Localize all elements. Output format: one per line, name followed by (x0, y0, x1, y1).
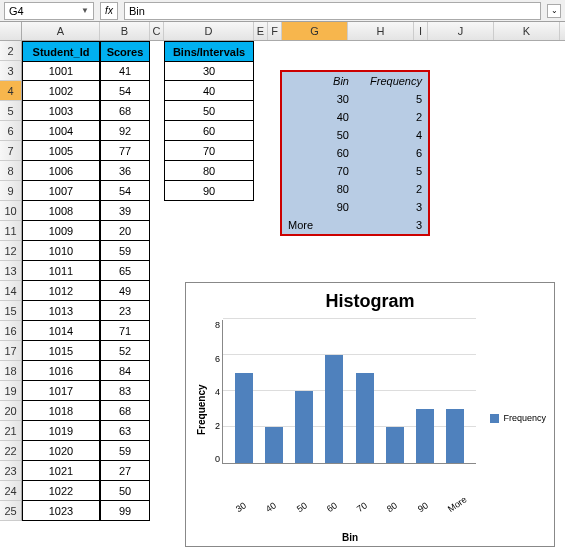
cell-D2[interactable]: Bins/Intervals (164, 41, 254, 62)
cell-A11[interactable]: 1009 (22, 221, 100, 241)
row-head-13[interactable]: 13 (0, 261, 22, 281)
row-head-3[interactable]: 3 (0, 61, 22, 81)
cell-A6[interactable]: 1004 (22, 121, 100, 141)
cell-B14[interactable]: 49 (100, 281, 150, 301)
col-head-J[interactable]: J (428, 22, 494, 40)
cell-A5[interactable]: 1003 (22, 101, 100, 121)
cell-D9[interactable]: 90 (164, 181, 254, 201)
cell-D6[interactable]: 60 (164, 121, 254, 141)
row-head-20[interactable]: 20 (0, 401, 22, 421)
row-head-18[interactable]: 18 (0, 361, 22, 381)
cell-B5[interactable]: 68 (100, 101, 150, 121)
cell-B10[interactable]: 39 (100, 201, 150, 221)
cell-B21[interactable]: 63 (100, 421, 150, 441)
row-head-15[interactable]: 15 (0, 301, 22, 321)
cell-A16[interactable]: 1014 (22, 321, 100, 341)
cell-B13[interactable]: 65 (100, 261, 150, 281)
cell-A18[interactable]: 1016 (22, 361, 100, 381)
cell-B23[interactable]: 27 (100, 461, 150, 481)
col-head-I[interactable]: I (414, 22, 428, 40)
cell-B17[interactable]: 52 (100, 341, 150, 361)
cell-A15[interactable]: 1013 (22, 301, 100, 321)
cell-A2[interactable]: Student_Id (22, 41, 100, 62)
cell-B3[interactable]: 41 (100, 61, 150, 81)
formula-input[interactable]: Bin (124, 2, 541, 20)
row-head-19[interactable]: 19 (0, 381, 22, 401)
row-head-2[interactable]: 2 (0, 41, 22, 61)
row-head-16[interactable]: 16 (0, 321, 22, 341)
row-head-12[interactable]: 12 (0, 241, 22, 261)
row-head-5[interactable]: 5 (0, 101, 22, 121)
cell-B19[interactable]: 83 (100, 381, 150, 401)
cell-D4[interactable]: 40 (164, 81, 254, 101)
col-head-H[interactable]: H (348, 22, 414, 40)
row-head-25[interactable]: 25 (0, 501, 22, 521)
histogram-chart[interactable]: Histogram Frequency 86420 30405060708090… (185, 282, 555, 547)
cell-B20[interactable]: 68 (100, 401, 150, 421)
col-head-E[interactable]: E (254, 22, 268, 40)
row-head-14[interactable]: 14 (0, 281, 22, 301)
expand-formula-icon[interactable]: ⌄ (547, 4, 561, 18)
cell-D5[interactable]: 50 (164, 101, 254, 121)
cell-A25[interactable]: 1023 (22, 501, 100, 521)
cell-D3[interactable]: 30 (164, 61, 254, 81)
col-head-K[interactable]: K (494, 22, 560, 40)
cell-A22[interactable]: 1020 (22, 441, 100, 461)
col-head-C[interactable]: C (150, 22, 164, 40)
col-head-D[interactable]: D (164, 22, 254, 40)
cell-A7[interactable]: 1005 (22, 141, 100, 161)
row-head-7[interactable]: 7 (0, 141, 22, 161)
col-head-F[interactable]: F (268, 22, 282, 40)
row-head-21[interactable]: 21 (0, 421, 22, 441)
cell-B16[interactable]: 71 (100, 321, 150, 341)
cell-A24[interactable]: 1022 (22, 481, 100, 501)
row-head-9[interactable]: 9 (0, 181, 22, 201)
cell-B8[interactable]: 36 (100, 161, 150, 181)
cell-B9[interactable]: 54 (100, 181, 150, 201)
cell-A4[interactable]: 1002 (22, 81, 100, 101)
cell-B22[interactable]: 59 (100, 441, 150, 461)
col-head-G[interactable]: G (282, 22, 348, 40)
cell-B11[interactable]: 20 (100, 221, 150, 241)
row-head-23[interactable]: 23 (0, 461, 22, 481)
fx-button[interactable]: fx (100, 2, 118, 20)
cell-A14[interactable]: 1012 (22, 281, 100, 301)
cell-A12[interactable]: 1010 (22, 241, 100, 261)
cell-A9[interactable]: 1007 (22, 181, 100, 201)
cell-A8[interactable]: 1006 (22, 161, 100, 181)
cell-A20[interactable]: 1018 (22, 401, 100, 421)
col-head-A[interactable]: A (22, 22, 100, 40)
cell-B2[interactable]: Scores (100, 41, 150, 62)
y-axis-ticks: 86420 (208, 320, 222, 464)
cell-D8[interactable]: 80 (164, 161, 254, 181)
cell-A3[interactable]: 1001 (22, 61, 100, 81)
row-head-8[interactable]: 8 (0, 161, 22, 181)
cell-B6[interactable]: 92 (100, 121, 150, 141)
row-head-17[interactable]: 17 (0, 341, 22, 361)
cell-B24[interactable]: 50 (100, 481, 150, 501)
cell-A21[interactable]: 1019 (22, 421, 100, 441)
cell-A13[interactable]: 1011 (22, 261, 100, 281)
cell-B4[interactable]: 54 (100, 81, 150, 101)
cell-B25[interactable]: 99 (100, 501, 150, 521)
cell-A17[interactable]: 1015 (22, 341, 100, 361)
row-head-4[interactable]: 4 (0, 81, 22, 101)
cell-A23[interactable]: 1021 (22, 461, 100, 481)
cell-B15[interactable]: 23 (100, 301, 150, 321)
name-box[interactable]: G4 ▼ (4, 2, 94, 20)
cell-A10[interactable]: 1008 (22, 201, 100, 221)
select-all-corner[interactable] (0, 22, 22, 40)
col-head-B[interactable]: B (100, 22, 150, 40)
cell-D7[interactable]: 70 (164, 141, 254, 161)
row-head-22[interactable]: 22 (0, 441, 22, 461)
cell-B7[interactable]: 77 (100, 141, 150, 161)
row-head-10[interactable]: 10 (0, 201, 22, 221)
bar-70 (356, 373, 374, 463)
row-head-11[interactable]: 11 (0, 221, 22, 241)
row-head-6[interactable]: 6 (0, 121, 22, 141)
cell-B12[interactable]: 59 (100, 241, 150, 261)
cell-B18[interactable]: 84 (100, 361, 150, 381)
cell-A19[interactable]: 1017 (22, 381, 100, 401)
row-head-24[interactable]: 24 (0, 481, 22, 501)
chevron-down-icon[interactable]: ▼ (81, 6, 89, 15)
